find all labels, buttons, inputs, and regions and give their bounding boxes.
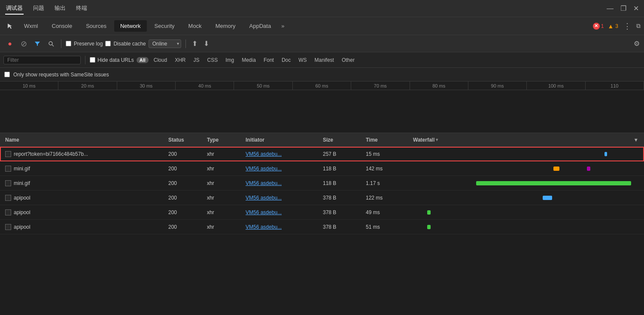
search-button[interactable] xyxy=(46,38,57,49)
td-initiator-3[interactable]: VM56 asdebu... xyxy=(242,195,319,201)
title-item-output[interactable]: 输出 xyxy=(54,3,67,15)
th-initiator[interactable]: Initiator xyxy=(242,137,319,143)
filter-xhr[interactable]: XHR xyxy=(172,56,188,64)
td-size-5: 378 B xyxy=(319,224,362,230)
filter-input-wrap[interactable] xyxy=(3,56,81,64)
row-checkbox-2[interactable] xyxy=(5,180,11,186)
td-name-2: mini.gif xyxy=(2,180,165,186)
filter-other[interactable]: Other xyxy=(339,56,357,64)
warn-badge[interactable]: ▲ 3 xyxy=(607,23,618,30)
td-time-4: 49 ms xyxy=(362,209,410,215)
download-button[interactable]: ⬇ xyxy=(202,39,211,48)
row-checkbox-5[interactable] xyxy=(5,224,11,230)
settings-button[interactable]: ⚙ xyxy=(634,39,640,48)
preserve-log-checkbox[interactable] xyxy=(66,41,71,46)
tab-wxml[interactable]: Wxml xyxy=(18,20,44,32)
td-waterfall-3 xyxy=(410,191,631,205)
row-checkbox-0[interactable] xyxy=(5,151,11,157)
td-initiator-2[interactable]: VM56 asdebu... xyxy=(242,180,319,186)
close-button[interactable]: ✕ xyxy=(633,5,639,12)
td-status-2: 200 xyxy=(165,180,204,186)
hide-data-urls-checkbox[interactable] xyxy=(90,57,95,63)
table-row[interactable]: mini.gif 200 xhr VM56 asdebu... 118 B 1.… xyxy=(0,176,644,191)
tab-network[interactable]: Network xyxy=(114,20,147,32)
filter-ws[interactable]: WS xyxy=(296,56,309,64)
filter-separator xyxy=(85,56,85,64)
tab-mock[interactable]: Mock xyxy=(182,20,208,32)
th-size[interactable]: Size xyxy=(319,137,362,143)
table-row[interactable]: report?token=bi7166c484b57b... 200 xhr V… xyxy=(0,147,644,161)
table-row[interactable]: mini.gif 200 xhr VM56 asdebu... 118 B 14… xyxy=(0,161,644,176)
row-checkbox-4[interactable] xyxy=(5,209,11,215)
filter-cloud[interactable]: Cloud xyxy=(151,56,170,64)
tab-appdata[interactable]: AppData xyxy=(243,20,277,32)
online-select-wrap[interactable]: Online Offline Slow 3G Fast 3G xyxy=(149,39,181,48)
td-initiator-5[interactable]: VM56 asdebu... xyxy=(242,224,319,230)
hide-data-urls-label[interactable]: Hide data URLs xyxy=(90,57,134,63)
preserve-log-label[interactable]: Preserve log xyxy=(66,41,103,47)
row-checkbox-1[interactable] xyxy=(5,166,11,172)
filter-css[interactable]: CSS xyxy=(205,56,221,64)
error-badge[interactable]: ✕ 1 xyxy=(593,23,604,30)
td-initiator-4[interactable]: VM56 asdebu... xyxy=(242,209,319,215)
tab-security[interactable]: Security xyxy=(149,20,181,32)
tab-dots-button[interactable]: ⋮ xyxy=(622,21,633,31)
svg-line-1 xyxy=(52,45,54,46)
th-time[interactable]: Time xyxy=(362,137,410,143)
td-name-1: mini.gif xyxy=(2,166,165,172)
maximize-button[interactable]: ❐ xyxy=(620,5,626,12)
title-item-terminal[interactable]: 终端 xyxy=(75,3,88,15)
td-status-4: 200 xyxy=(165,209,204,215)
tab-more-button[interactable]: » xyxy=(279,21,287,31)
record-button[interactable]: ● xyxy=(4,38,15,49)
th-status[interactable]: Status xyxy=(165,137,204,143)
table-row[interactable]: apipool 200 xhr VM56 asdebu... 378 B 51 … xyxy=(0,220,644,234)
td-type-2: xhr xyxy=(204,180,242,186)
timeline-header: 10 ms 20 ms 30 ms 40 ms 50 ms 60 ms 70 m… xyxy=(0,82,644,133)
layout-button[interactable]: ⧉ xyxy=(636,22,641,30)
td-initiator-0[interactable]: VM56 asdebu... xyxy=(242,151,319,157)
th-waterfall[interactable]: Waterfall ▾ xyxy=(410,137,631,143)
th-type[interactable]: Type xyxy=(204,137,242,143)
filter-js[interactable]: JS xyxy=(191,56,202,64)
upload-button[interactable]: ⬆ xyxy=(190,39,199,48)
samesite-checkbox[interactable] xyxy=(4,72,10,77)
tick-20ms: 20 ms xyxy=(58,82,117,90)
title-bar-controls: — ❐ ✕ xyxy=(607,5,639,12)
td-waterfall-4 xyxy=(410,205,631,220)
td-type-1: xhr xyxy=(204,166,242,172)
th-name[interactable]: Name xyxy=(2,137,165,143)
minimize-button[interactable]: — xyxy=(607,5,614,12)
filter-button[interactable] xyxy=(32,38,43,49)
row-checkbox-3[interactable] xyxy=(5,195,11,201)
stop-button[interactable]: ⊘ xyxy=(18,38,29,49)
filter-font[interactable]: Font xyxy=(261,56,276,64)
all-badge[interactable]: All xyxy=(137,57,149,63)
th-dropdown[interactable]: ▾ xyxy=(631,137,642,143)
table-row[interactable]: apipool 200 xhr VM56 asdebu... 378 B 122… xyxy=(0,191,644,205)
td-size-0: 257 B xyxy=(319,151,362,157)
tab-console[interactable]: Console xyxy=(46,20,79,32)
td-waterfall-5 xyxy=(410,220,631,234)
error-count: 1 xyxy=(601,23,604,29)
td-size-4: 378 B xyxy=(319,209,362,215)
tab-sources[interactable]: Sources xyxy=(80,20,112,32)
td-size-2: 118 B xyxy=(319,180,362,186)
filter-input[interactable] xyxy=(7,57,67,63)
filter-doc[interactable]: Doc xyxy=(279,56,293,64)
filter-media[interactable]: Media xyxy=(239,56,258,64)
title-item-debugger[interactable]: 调试器 xyxy=(5,3,24,15)
tab-memory[interactable]: Memory xyxy=(210,20,242,32)
filter-manifest[interactable]: Manifest xyxy=(312,56,337,64)
td-time-3: 122 ms xyxy=(362,195,410,201)
td-initiator-1[interactable]: VM56 asdebu... xyxy=(242,166,319,172)
filter-img[interactable]: Img xyxy=(223,56,237,64)
table-header: Name Status Type Initiator Size Time Wat… xyxy=(0,133,644,147)
table-row[interactable]: apipool 200 xhr VM56 asdebu... 378 B 49 … xyxy=(0,205,644,220)
disable-cache-checkbox[interactable] xyxy=(105,41,111,46)
title-item-issues[interactable]: 问题 xyxy=(32,3,45,15)
online-select[interactable]: Online Offline Slow 3G Fast 3G xyxy=(149,39,181,48)
td-size-1: 118 B xyxy=(319,166,362,172)
disable-cache-label[interactable]: Disable cache xyxy=(105,41,146,47)
td-type-5: xhr xyxy=(204,224,242,230)
